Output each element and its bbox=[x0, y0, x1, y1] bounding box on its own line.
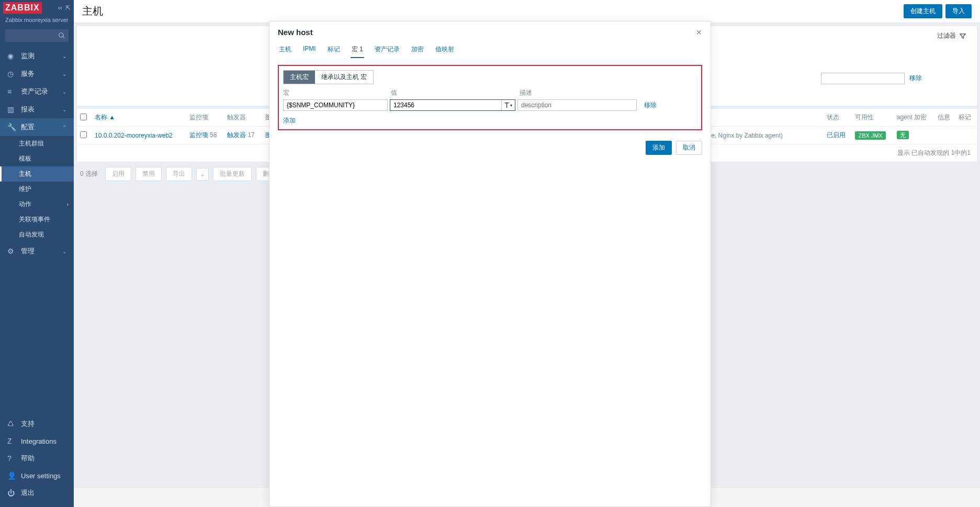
label-value: 值 bbox=[391, 88, 520, 97]
page-title: 主机 bbox=[82, 4, 103, 18]
server-name: Zabbix mooreyxia server bbox=[0, 16, 74, 27]
availability-badge: ZBX JMX bbox=[855, 131, 885, 140]
chart-icon: ▥ bbox=[7, 105, 17, 114]
th-name[interactable]: 名称 ▲ bbox=[92, 109, 186, 127]
macro-remove-link[interactable]: 移除 bbox=[644, 101, 657, 110]
label-macro: 宏 bbox=[283, 88, 391, 97]
tab-macros[interactable]: 宏 1 bbox=[351, 42, 364, 58]
collapse-icon[interactable]: ‹‹ bbox=[58, 4, 62, 12]
items-link[interactable]: 监控项 bbox=[189, 131, 208, 139]
integrations-icon: Z bbox=[7, 437, 17, 445]
tab-tags[interactable]: 标记 bbox=[326, 42, 341, 58]
selected-count: 0 选择 bbox=[80, 170, 98, 178]
modal-cancel-button[interactable]: 取消 bbox=[676, 141, 702, 155]
tab-encryption[interactable]: 加密 bbox=[410, 42, 425, 58]
subnav-correlation[interactable]: 关联项事件 bbox=[0, 212, 74, 227]
th-availability: 可用性 bbox=[852, 109, 893, 127]
select-all-checkbox[interactable] bbox=[80, 114, 87, 120]
label-desc: 描述 bbox=[520, 88, 532, 97]
clock-icon: ◷ bbox=[7, 70, 17, 78]
popup-icon[interactable]: ⇱ bbox=[65, 4, 71, 12]
macro-desc-input[interactable] bbox=[517, 99, 637, 111]
list-icon: ≡ bbox=[7, 87, 17, 96]
close-icon[interactable]: ✕ bbox=[696, 28, 702, 37]
nav-reports[interactable]: ▥报表⌄ bbox=[0, 100, 74, 118]
sidebar: ZABBIX ‹‹ ⇱ Zabbix mooreyxia server ◉监测⌄… bbox=[0, 0, 74, 507]
chevron-up-icon: ⌃ bbox=[62, 125, 66, 130]
modal-title: New host bbox=[278, 28, 313, 37]
new-host-modal: New host ✕ 主机 IPMI 标记 宏 1 资产记录 加密 值映射 主机… bbox=[269, 21, 711, 507]
macro-value-input[interactable] bbox=[390, 100, 501, 110]
gear-icon: ⚙ bbox=[7, 247, 17, 255]
macros-highlight-box: 主机宏 继承以及主机 宏 宏 值 描述 T▾ 移除 添加 bbox=[278, 65, 702, 130]
nav-integrations[interactable]: ZIntegrations bbox=[0, 433, 74, 449]
host-link[interactable]: 10.0.0.202-mooreyxia-web2 bbox=[95, 132, 173, 139]
filter-toggle[interactable]: 过滤器 bbox=[933, 29, 971, 42]
help-icon: ? bbox=[7, 454, 17, 463]
chevron-down-icon: ⌄ bbox=[62, 89, 66, 95]
chevron-down-icon: ⌄ bbox=[62, 71, 66, 77]
import-button[interactable]: 导入 bbox=[945, 4, 972, 18]
th-items: 监控项 bbox=[186, 109, 224, 127]
nav-signout[interactable]: ⏻退出 bbox=[0, 484, 74, 502]
seg-inherited-macros[interactable]: 继承以及主机 宏 bbox=[315, 71, 373, 84]
subnav-hosts[interactable]: 主机 bbox=[0, 166, 74, 182]
user-icon: 👤 bbox=[7, 471, 17, 480]
tab-host[interactable]: 主机 bbox=[278, 42, 292, 58]
modal-tabs: 主机 IPMI 标记 宏 1 资产记录 加密 值映射 bbox=[269, 42, 711, 59]
seg-host-macros[interactable]: 主机宏 bbox=[284, 71, 315, 84]
nav-usersettings[interactable]: 👤User settings bbox=[0, 467, 74, 484]
zabbix-logo: ZABBIX bbox=[3, 2, 42, 14]
topbar: 主机 创建主机 导入 bbox=[74, 0, 980, 23]
th-agent: agent 加密 bbox=[894, 109, 934, 127]
filter-remove-link[interactable]: 移除 bbox=[909, 74, 922, 83]
export-dropdown[interactable]: ⌄ bbox=[196, 168, 209, 181]
modal-add-button[interactable]: 添加 bbox=[646, 141, 672, 155]
nav-support[interactable]: ♺支持 bbox=[0, 415, 74, 433]
eye-icon: ◉ bbox=[7, 52, 17, 60]
filter-icon bbox=[959, 32, 966, 40]
chevron-down-icon: ▾ bbox=[510, 103, 512, 108]
encrypt-badge: 无 bbox=[897, 131, 909, 139]
subnav-discovery[interactable]: 自动发现 bbox=[0, 227, 74, 242]
nav-services[interactable]: ◷服务⌄ bbox=[0, 65, 74, 83]
config-subnav: 主机群组 模板 主机 维护 动作› 关联项事件 自动发现 bbox=[0, 136, 74, 242]
macro-type-dropdown[interactable]: T▾ bbox=[501, 100, 515, 110]
subnav-actions[interactable]: 动作› bbox=[0, 197, 74, 212]
filter-value-input[interactable] bbox=[821, 73, 905, 84]
tab-inventory[interactable]: 资产记录 bbox=[374, 42, 401, 58]
create-host-button[interactable]: 创建主机 bbox=[904, 4, 942, 18]
enable-button[interactable]: 启用 bbox=[105, 167, 131, 181]
export-button[interactable]: 导出 bbox=[166, 167, 192, 181]
nav-monitor[interactable]: ◉监测⌄ bbox=[0, 47, 74, 65]
chevron-down-icon: ⌄ bbox=[62, 249, 66, 254]
subnav-maintenance[interactable]: 维护 bbox=[0, 182, 74, 197]
nav-assets[interactable]: ≡资产记录⌄ bbox=[0, 83, 74, 100]
macro-name-input[interactable] bbox=[283, 99, 388, 111]
chevron-down-icon: ⌄ bbox=[62, 53, 66, 59]
wrench-icon: 🔧 bbox=[7, 123, 17, 131]
tab-ipmi[interactable]: IPMI bbox=[302, 42, 317, 58]
subnav-hostgroups[interactable]: 主机群组 bbox=[0, 136, 74, 151]
th-tags: 标记 bbox=[955, 109, 977, 127]
search-icon[interactable] bbox=[58, 31, 65, 39]
th-info: 信息 bbox=[934, 109, 956, 127]
triggers-link[interactable]: 触发器 bbox=[227, 131, 246, 139]
row-checkbox[interactable] bbox=[80, 131, 87, 138]
th-status: 状态 bbox=[824, 109, 852, 127]
macro-scope-tabs: 主机宏 继承以及主机 宏 bbox=[283, 70, 374, 84]
disable-button[interactable]: 禁用 bbox=[136, 167, 162, 181]
macro-add-link[interactable]: 添加 bbox=[283, 116, 296, 125]
th-triggers: 触发器 bbox=[224, 109, 262, 127]
chevron-down-icon: ⌄ bbox=[62, 107, 66, 112]
subnav-templates[interactable]: 模板 bbox=[0, 151, 74, 166]
macro-row: T▾ 移除 bbox=[283, 99, 697, 111]
tab-valuemap[interactable]: 值映射 bbox=[434, 42, 455, 58]
nav-config[interactable]: 🔧配置⌃ bbox=[0, 118, 74, 136]
nav-admin[interactable]: ⚙管理⌄ bbox=[0, 242, 74, 260]
nav-help[interactable]: ?帮助 bbox=[0, 449, 74, 467]
support-icon: ♺ bbox=[7, 420, 17, 428]
status-link[interactable]: 已启用 bbox=[827, 131, 846, 139]
power-icon: ⏻ bbox=[7, 489, 17, 497]
massupdate-button[interactable]: 批量更新 bbox=[213, 167, 252, 181]
